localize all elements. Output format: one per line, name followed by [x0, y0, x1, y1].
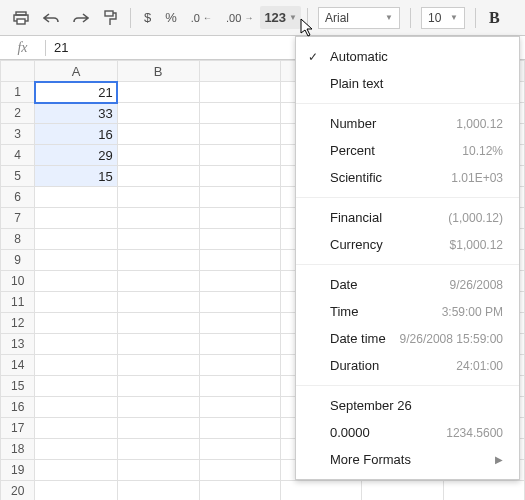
cell[interactable] — [117, 271, 199, 292]
cell[interactable] — [199, 376, 280, 397]
cell[interactable] — [199, 271, 280, 292]
cell[interactable] — [35, 292, 118, 313]
cell[interactable]: 21 — [35, 82, 118, 103]
column-header[interactable]: B — [117, 61, 199, 82]
menu-item-automatic[interactable]: ✓ Automatic — [296, 43, 519, 70]
cell[interactable] — [35, 271, 118, 292]
cell[interactable] — [35, 376, 118, 397]
cell[interactable]: 16 — [35, 124, 118, 145]
cell[interactable] — [117, 187, 199, 208]
cell[interactable] — [35, 187, 118, 208]
cell[interactable] — [117, 124, 199, 145]
cell[interactable] — [280, 481, 361, 501]
menu-item-datetime[interactable]: Date time 9/26/2008 15:59:00 — [296, 325, 519, 352]
cell[interactable] — [199, 166, 280, 187]
row-header[interactable]: 1 — [1, 82, 35, 103]
menu-item-custom-date[interactable]: September 26 — [296, 392, 519, 419]
undo-icon[interactable] — [37, 8, 65, 28]
row-header[interactable]: 5 — [1, 166, 35, 187]
cell[interactable]: 33 — [35, 103, 118, 124]
cell[interactable] — [35, 313, 118, 334]
cell[interactable] — [117, 166, 199, 187]
cell[interactable] — [117, 439, 199, 460]
font-size-dropdown[interactable]: 10 ▼ — [421, 7, 465, 29]
cell[interactable] — [35, 334, 118, 355]
row-header[interactable]: 3 — [1, 124, 35, 145]
cell[interactable] — [35, 208, 118, 229]
cell[interactable] — [117, 292, 199, 313]
cell[interactable] — [199, 124, 280, 145]
bold-button[interactable]: B — [483, 9, 506, 27]
cell[interactable] — [199, 397, 280, 418]
menu-item-number[interactable]: Number 1,000.12 — [296, 110, 519, 137]
cell[interactable] — [199, 460, 280, 481]
cell[interactable] — [117, 313, 199, 334]
cell[interactable] — [35, 439, 118, 460]
cell[interactable] — [199, 355, 280, 376]
cell[interactable] — [117, 418, 199, 439]
cell[interactable] — [199, 481, 280, 501]
cell[interactable] — [199, 208, 280, 229]
cell[interactable] — [117, 397, 199, 418]
cell[interactable] — [199, 418, 280, 439]
cell[interactable] — [199, 187, 280, 208]
column-header[interactable] — [199, 61, 280, 82]
redo-icon[interactable] — [67, 8, 95, 28]
cell[interactable] — [199, 145, 280, 166]
menu-item-percent[interactable]: Percent 10.12% — [296, 137, 519, 164]
currency-button[interactable]: $ — [138, 6, 157, 29]
menu-item-time[interactable]: Time 3:59:00 PM — [296, 298, 519, 325]
cell[interactable] — [199, 292, 280, 313]
row-header[interactable]: 12 — [1, 313, 35, 334]
menu-item-scientific[interactable]: Scientific 1.01E+03 — [296, 164, 519, 191]
cell[interactable] — [199, 439, 280, 460]
print-icon[interactable] — [7, 7, 35, 29]
cell[interactable]: 15 — [35, 166, 118, 187]
row-header[interactable]: 2 — [1, 103, 35, 124]
row-header[interactable]: 10 — [1, 271, 35, 292]
menu-item-duration[interactable]: Duration 24:01:00 — [296, 352, 519, 379]
cell[interactable] — [117, 334, 199, 355]
row-header[interactable]: 15 — [1, 376, 35, 397]
increase-decimal-button[interactable]: .00 → — [220, 8, 259, 28]
row-header[interactable]: 9 — [1, 250, 35, 271]
row-header[interactable]: 16 — [1, 397, 35, 418]
cell[interactable] — [35, 481, 118, 501]
row-header[interactable]: 6 — [1, 187, 35, 208]
number-format-dropdown[interactable]: 123 ▼ — [260, 6, 301, 29]
cell[interactable] — [117, 250, 199, 271]
cell[interactable] — [117, 229, 199, 250]
row-header[interactable]: 8 — [1, 229, 35, 250]
font-name-dropdown[interactable]: Arial ▼ — [318, 7, 400, 29]
cell[interactable] — [117, 460, 199, 481]
formula-value[interactable]: 21 — [46, 40, 68, 55]
cell[interactable] — [117, 82, 199, 103]
cell[interactable] — [117, 376, 199, 397]
row-header[interactable]: 7 — [1, 208, 35, 229]
cell[interactable] — [35, 250, 118, 271]
column-header[interactable]: A — [35, 61, 118, 82]
cell[interactable] — [117, 145, 199, 166]
percent-button[interactable]: % — [159, 6, 183, 29]
row-header[interactable]: 18 — [1, 439, 35, 460]
cell[interactable] — [35, 355, 118, 376]
paint-format-icon[interactable] — [97, 6, 123, 30]
cell[interactable] — [35, 397, 118, 418]
cell[interactable] — [35, 418, 118, 439]
row-header[interactable]: 14 — [1, 355, 35, 376]
cell[interactable]: 29 — [35, 145, 118, 166]
row-header[interactable]: 4 — [1, 145, 35, 166]
row-header[interactable]: 13 — [1, 334, 35, 355]
cell[interactable] — [443, 481, 524, 501]
row-header[interactable]: 11 — [1, 292, 35, 313]
menu-item-currency[interactable]: Currency $1,000.12 — [296, 231, 519, 258]
menu-item-date[interactable]: Date 9/26/2008 — [296, 271, 519, 298]
cell[interactable] — [199, 313, 280, 334]
cell[interactable] — [117, 208, 199, 229]
cell[interactable] — [117, 481, 199, 501]
cell[interactable] — [117, 103, 199, 124]
cell[interactable] — [35, 229, 118, 250]
menu-item-more-formats[interactable]: More Formats ▶ — [296, 446, 519, 473]
menu-item-financial[interactable]: Financial (1,000.12) — [296, 204, 519, 231]
cell[interactable] — [199, 229, 280, 250]
